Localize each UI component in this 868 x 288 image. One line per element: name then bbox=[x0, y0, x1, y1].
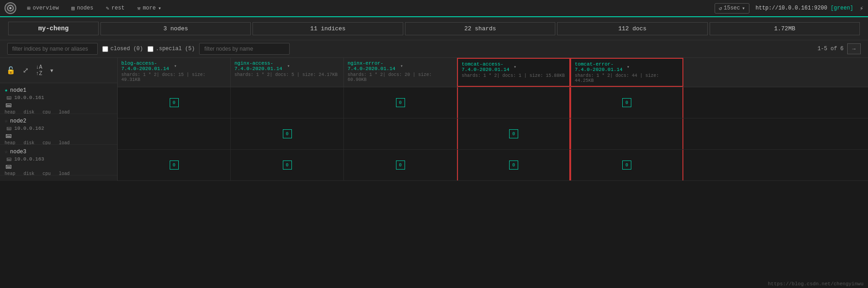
index-col-nginx-error: nginx-error-7.4.0-2020.01.14 ▾ shards: 1… bbox=[344, 58, 457, 87]
index-tomcat-error-caret: ▾ bbox=[627, 64, 679, 70]
node2-icons: 🖴 bbox=[5, 132, 113, 139]
chevron-down-icon: ▾ bbox=[158, 5, 161, 12]
node1-star-icon[interactable]: ★ bbox=[5, 87, 8, 94]
node-row-node1: ★ node1 🖴 10.0.0.161 🖴 heap disk cpu loa… bbox=[0, 83, 117, 114]
disk-icon-node1: 🖴 bbox=[6, 95, 11, 100]
data-row-node2: 0 0 bbox=[118, 118, 868, 150]
index-col-nginx-access: nginx-access-7.4.0-2020.01.14 ▾ shards: … bbox=[231, 58, 344, 87]
data-row-node1: 0 0 0 bbox=[118, 87, 868, 118]
node3-icons: 🖴 bbox=[5, 163, 113, 170]
cluster-status: [green] bbox=[830, 5, 853, 11]
cell-node3-tomcat-access: 0 bbox=[457, 150, 570, 180]
cell-node2-blog-access bbox=[118, 118, 231, 149]
node1-icons: 🖴 bbox=[5, 101, 113, 109]
next-page-button[interactable]: → bbox=[847, 43, 861, 54]
shard-node2-tomcat-access[interactable]: 0 bbox=[509, 129, 518, 138]
nav-nodes[interactable]: ▤ nodes bbox=[66, 3, 99, 14]
rest-icon: ✎ bbox=[106, 5, 109, 12]
indices-panel: blog-access-7.4.0-2020.01.14 ▾ shards: 1… bbox=[118, 58, 868, 181]
cluster-name: my-cheng bbox=[8, 22, 99, 35]
shard-node3-tomcat-error[interactable]: 0 bbox=[622, 161, 631, 170]
cell-node3-blog-access: 0 bbox=[118, 150, 231, 180]
cell-node1-nginx-error: 0 bbox=[344, 87, 457, 118]
lock-icon[interactable]: 🔓 bbox=[5, 64, 17, 77]
shard-node3-nginx-error[interactable]: 0 bbox=[396, 161, 405, 170]
special-checkbox-label[interactable]: .special (5) bbox=[148, 46, 195, 52]
cell-node1-blog-access: 0 bbox=[118, 87, 231, 118]
index-tomcat-error-info: shards: 1 * 2| docs: 44 | size: 44.25KB bbox=[575, 73, 679, 83]
node1-ip: 🖴 10.0.0.161 bbox=[6, 94, 113, 100]
cell-node1-nginx-access bbox=[231, 87, 344, 118]
index-nginx-access-info: shards: 1 * 2| docs: 5 | size: 24.17KB bbox=[234, 72, 340, 77]
expand-icon[interactable]: ⤢ bbox=[21, 64, 30, 77]
filter-nodes-input[interactable] bbox=[199, 43, 290, 55]
node3-stats: heap disk cpu load bbox=[5, 171, 113, 176]
nav-rest[interactable]: ✎ rest bbox=[100, 3, 130, 14]
node1-name: ★ node1 bbox=[5, 87, 113, 94]
caret-icon[interactable]: ▾ bbox=[48, 64, 56, 77]
shard-node1-nginx-error[interactable]: 0 bbox=[396, 98, 405, 107]
disk-icon-node3: 🖴 bbox=[6, 156, 11, 162]
more-icon: ⚒ bbox=[137, 5, 140, 12]
shard-node1-tomcat-error[interactable]: 0 bbox=[622, 98, 631, 107]
stat-shards: 22 shards bbox=[405, 22, 555, 35]
footer-url: https://blog.csdn.net/chengyinwu bbox=[768, 281, 863, 287]
cell-node1-tomcat-error: 0 bbox=[570, 87, 683, 118]
disk-icon-node2: 🖴 bbox=[6, 126, 11, 131]
nav-rest-label: rest bbox=[111, 5, 124, 11]
filter-indices-input[interactable] bbox=[7, 43, 98, 55]
pagination-text: 1-5 of 6 bbox=[817, 46, 844, 52]
footer: https://blog.csdn.net/chengyinwu bbox=[763, 280, 868, 288]
lightning-icon[interactable]: ⚡ bbox=[860, 5, 863, 12]
stat-nodes: 3 nodes bbox=[100, 22, 251, 35]
node2-ip: 🖴 10.0.0.162 bbox=[6, 125, 113, 131]
index-tomcat-access-info: shards: 1 * 2| docs: 1 | size: 15.88KB bbox=[462, 73, 566, 78]
node-row-node3: ☆ node3 🖴 10.0.0.163 🖴 heap disk cpu loa… bbox=[0, 145, 117, 175]
sort-icon[interactable]: ↓A↑Z bbox=[34, 62, 44, 79]
cell-node3-tomcat-error: 0 bbox=[570, 150, 683, 180]
special-label: .special (5) bbox=[156, 46, 195, 52]
node2-star-icon[interactable]: ☆ bbox=[5, 118, 8, 124]
shard-node3-blog-access[interactable]: 0 bbox=[170, 161, 179, 170]
node1-icon2: 🖴 bbox=[5, 101, 12, 109]
node2-icon2: 🖴 bbox=[5, 132, 12, 139]
node3-name: ☆ node3 bbox=[5, 148, 113, 155]
refresh-button[interactable]: ↺ 15sec ▾ bbox=[715, 3, 749, 14]
special-checkbox[interactable] bbox=[148, 46, 153, 52]
nav-more[interactable]: ⚒ more ▾ bbox=[132, 3, 167, 14]
closed-checkbox-label[interactable]: closed (0) bbox=[102, 46, 143, 52]
nav-overview[interactable]: ⊞ overview bbox=[22, 3, 64, 14]
cell-node2-nginx-access: 0 bbox=[231, 118, 344, 149]
index-nginx-error-caret: ▾ bbox=[401, 63, 453, 69]
node3-icon2: 🖴 bbox=[5, 163, 12, 170]
stat-size: 1.72MB bbox=[710, 22, 860, 35]
shard-node3-nginx-access[interactable]: 0 bbox=[283, 161, 292, 170]
index-tomcat-access-title[interactable]: tomcat-access-7.4.0-2020.01.14 ▾ bbox=[462, 61, 566, 72]
index-nginx-access-caret: ▾ bbox=[287, 63, 340, 69]
left-panel-header: 🔓 ⤢ ↓A↑Z ▾ bbox=[0, 58, 117, 83]
index-tomcat-error-title[interactable]: tomcat-error-7.4.0-2020.01.14 ▾ bbox=[575, 61, 679, 72]
index-blog-access-title[interactable]: blog-access-7.4.0-2020.01.14 ▾ bbox=[121, 61, 227, 71]
index-blog-access-info: shards: 1 * 2| docs: 15 | size: 49.31KB bbox=[121, 72, 227, 82]
refresh-label: 15sec bbox=[724, 5, 740, 11]
refresh-caret: ▾ bbox=[742, 5, 745, 12]
cluster-url: http://10.0.0.161:9200 [green] bbox=[756, 5, 854, 11]
overview-icon: ⊞ bbox=[27, 5, 30, 12]
index-nginx-access-title[interactable]: nginx-access-7.4.0-2020.01.14 ▾ bbox=[234, 61, 340, 71]
indices-header: blog-access-7.4.0-2020.01.14 ▾ shards: 1… bbox=[118, 58, 868, 87]
node3-star-icon[interactable]: ☆ bbox=[5, 148, 8, 155]
index-nginx-error-title[interactable]: nginx-error-7.4.0-2020.01.14 ▾ bbox=[348, 61, 453, 71]
index-blog-access-caret: ▾ bbox=[174, 63, 227, 69]
index-col-tomcat-error: tomcat-error-7.4.0-2020.01.14 ▾ shards: … bbox=[570, 58, 683, 87]
shard-node1-blog-access[interactable]: 0 bbox=[170, 98, 179, 107]
cell-node3-nginx-error: 0 bbox=[344, 150, 457, 180]
shard-node2-nginx-access[interactable]: 0 bbox=[283, 129, 292, 138]
logo[interactable] bbox=[5, 2, 16, 14]
cell-node2-tomcat-error bbox=[570, 118, 683, 149]
nav-items: ⊞ overview ▤ nodes ✎ rest ⚒ more ▾ bbox=[22, 3, 715, 14]
shard-node3-tomcat-access[interactable]: 0 bbox=[509, 161, 518, 170]
svg-point-1 bbox=[10, 7, 12, 9]
closed-checkbox[interactable] bbox=[102, 46, 108, 52]
node3-ip: 🖴 10.0.0.163 bbox=[6, 156, 113, 162]
stats-bar: my-cheng 3 nodes 11 indices 22 shards 11… bbox=[0, 17, 868, 40]
